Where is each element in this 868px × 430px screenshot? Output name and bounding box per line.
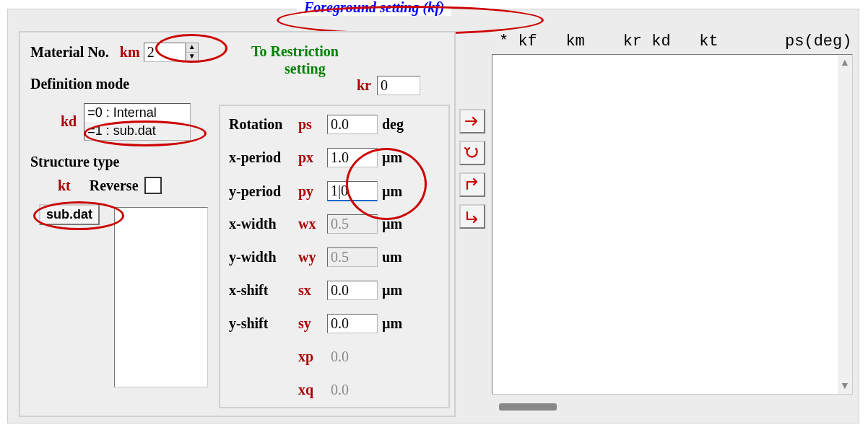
kd-var-label: kd bbox=[61, 103, 77, 130]
kd-option-internal[interactable]: =0 : Internal bbox=[84, 104, 190, 122]
to-restriction-block: To Restriction setting bbox=[251, 43, 339, 77]
structure-type-label: Structure type bbox=[30, 154, 120, 170]
yperiod-unit: µm bbox=[382, 183, 414, 200]
xshift-input[interactable] bbox=[327, 281, 378, 300]
yperiod-label: y-period bbox=[229, 183, 294, 200]
subdat-button[interactable]: sub.dat bbox=[39, 204, 100, 225]
xp-var-label: xp bbox=[298, 348, 323, 365]
material-label: Material No. bbox=[30, 44, 109, 60]
arrow-right-button[interactable] bbox=[459, 109, 485, 133]
sy-var-label: sy bbox=[298, 315, 323, 332]
reverse-checkbox[interactable] bbox=[144, 177, 162, 194]
py-var-label: py bbox=[298, 183, 323, 200]
kd-list[interactable]: =0 : Internal =1 : sub.dat bbox=[84, 103, 191, 141]
ywidth-label: y-width bbox=[229, 249, 294, 266]
definition-mode-label: Definition mode bbox=[30, 76, 129, 92]
km-var-label: km bbox=[120, 44, 140, 60]
column-header-text: * kf km kr kd kt ps(deg) bbox=[499, 32, 851, 51]
sx-var-label: sx bbox=[298, 282, 323, 299]
scroll-down-icon[interactable]: ▼ bbox=[840, 378, 850, 394]
kd-option-subdat[interactable]: =1 : sub.dat bbox=[84, 122, 190, 140]
xq-var-label: xq bbox=[298, 382, 323, 398]
xshift-unit: µm bbox=[382, 282, 414, 299]
xwidth-label: x-width bbox=[229, 216, 294, 232]
xwidth-input bbox=[327, 214, 378, 234]
arrow-replace-button[interactable] bbox=[459, 141, 485, 165]
ywidth-input bbox=[327, 247, 378, 267]
data-list[interactable]: ▲ ▼ bbox=[492, 54, 853, 395]
px-var-label: px bbox=[298, 149, 323, 166]
kr-var-label: kr bbox=[357, 77, 371, 94]
xshift-label: x-shift bbox=[229, 282, 294, 299]
arrow-down-right-icon bbox=[464, 209, 480, 224]
arrow-insert-down-button[interactable] bbox=[459, 204, 485, 229]
right-list-area: * kf km kr kd kt ps(deg) ▲ ▼ bbox=[492, 31, 853, 416]
xperiod-unit: µm bbox=[382, 149, 414, 166]
horizontal-scrollbar[interactable] bbox=[492, 398, 853, 416]
yshift-input[interactable] bbox=[327, 314, 378, 333]
arrow-up-right-icon bbox=[464, 177, 480, 192]
vertical-scrollbar[interactable]: ▲ ▼ bbox=[838, 55, 852, 394]
reverse-label: Reverse bbox=[90, 177, 139, 194]
subdat-list-area[interactable] bbox=[114, 207, 208, 387]
ywidth-unit: um bbox=[382, 249, 414, 266]
scroll-up-icon[interactable]: ▲ bbox=[840, 55, 850, 71]
column-headers: * kf km kr kd kt ps(deg) bbox=[492, 31, 853, 52]
yshift-label: y-shift bbox=[229, 315, 294, 332]
ps-var-label: ps bbox=[298, 116, 323, 133]
wy-var-label: wy bbox=[298, 249, 323, 266]
km-input[interactable] bbox=[144, 43, 186, 62]
transfer-buttons bbox=[459, 109, 485, 229]
xperiod-label: x-period bbox=[229, 149, 294, 166]
xwidth-unit: µm bbox=[382, 216, 414, 232]
xq-input bbox=[327, 380, 378, 400]
rotation-label: Rotation bbox=[229, 116, 294, 133]
left-panel: Material No. km ▲▼ To Restriction settin… bbox=[19, 31, 456, 417]
arrow-replace-icon bbox=[464, 146, 480, 160]
km-spinner[interactable]: ▲▼ bbox=[186, 43, 199, 62]
yperiod-input[interactable] bbox=[327, 181, 378, 201]
rotation-input[interactable] bbox=[327, 115, 378, 134]
yshift-unit: µm bbox=[382, 315, 414, 332]
xperiod-input[interactable] bbox=[327, 148, 378, 167]
kr-input[interactable] bbox=[377, 76, 420, 95]
to-restriction-line2: setting bbox=[285, 61, 326, 76]
xp-input bbox=[327, 347, 378, 367]
rotation-unit: deg bbox=[382, 116, 414, 133]
horizontal-scroll-thumb[interactable] bbox=[499, 403, 557, 411]
arrow-insert-up-button[interactable] bbox=[459, 172, 485, 197]
material-row: Material No. km ▲▼ bbox=[30, 43, 199, 62]
parameter-box: Rotation ps deg x-period px µm y-period … bbox=[219, 105, 450, 408]
kt-var-label: kt bbox=[58, 177, 71, 194]
frame-title: Foreground setting (kf) bbox=[297, 0, 451, 16]
to-restriction-line1: To Restriction bbox=[251, 43, 339, 60]
arrow-right-icon bbox=[464, 115, 480, 127]
wx-var-label: wx bbox=[298, 216, 323, 232]
